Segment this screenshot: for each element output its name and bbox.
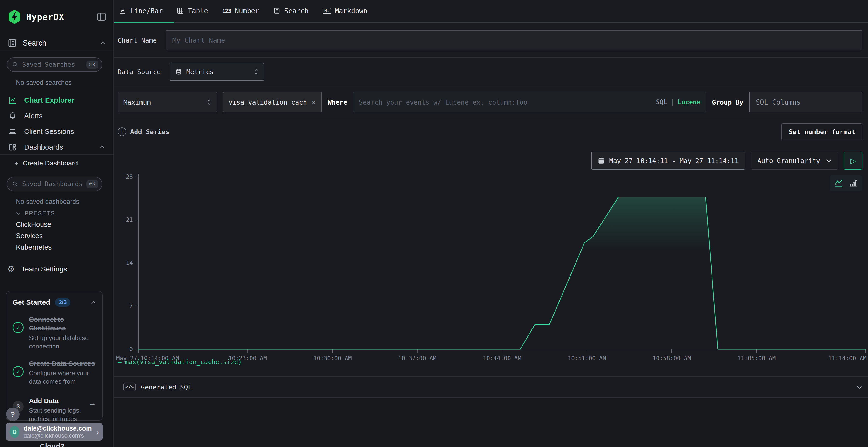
team-settings-label: Team Settings — [21, 265, 67, 273]
bell-icon — [8, 111, 18, 120]
user-menu[interactable]: D dale@clickhouse.com dale@clickhouse.co… — [6, 423, 103, 441]
tab-markdown[interactable]: M↓ Markdown — [322, 7, 367, 15]
sidebar-item-label: Chart Explorer — [24, 96, 74, 104]
generated-sql-label: Generated SQL — [141, 383, 192, 391]
get-started-item-add-data[interactable]: 3 Add Data Start sending logs, metrics, … — [12, 397, 96, 423]
get-started-item-connect[interactable]: ✓ Connect to ClickHouse Set up your data… — [12, 315, 96, 351]
add-series-label: Add Series — [130, 128, 169, 136]
tab-number[interactable]: 123 Number — [222, 7, 259, 15]
sidebar-divider — [0, 154, 113, 154]
sidebar-item-alerts[interactable]: Alerts — [0, 108, 113, 124]
lang-divider: | — [671, 99, 674, 106]
chevron-right-icon: › — [96, 427, 99, 437]
tab-table[interactable]: Table — [177, 7, 208, 15]
create-dashboard-label: Create Dashboard — [23, 160, 78, 167]
list-icon — [273, 7, 280, 14]
date-range-value: May 27 10:14:11 - May 27 11:14:11 — [609, 157, 738, 165]
get-started-item-datasources[interactable]: ✓ Create Data Sources Configure where yo… — [12, 359, 96, 386]
plus-icon: + — [14, 160, 18, 167]
aggregation-select[interactable]: Maximum — [118, 92, 217, 112]
svg-text:10:44:00 AM: 10:44:00 AM — [483, 355, 521, 362]
sidebar-item-label: Dashboards — [24, 143, 63, 151]
cmd-k-shortcut: ⌘K — [86, 61, 99, 69]
sidebar-divider — [0, 51, 113, 52]
sql-mode-toggle[interactable]: SQL — [656, 99, 667, 106]
preset-item-services[interactable]: Services — [16, 232, 43, 240]
legend-series-label: max(visa_validation_cache.size) — [125, 358, 242, 366]
help-button[interactable]: ? — [6, 408, 20, 421]
granularity-value: Auto Granularity — [757, 157, 820, 165]
aggregation-value: Maximum — [123, 99, 151, 106]
get-started-item-subtitle: Set up your database connection — [29, 334, 96, 351]
check-circle-icon: ✓ — [12, 322, 24, 333]
saved-searches-input[interactable]: Saved Searches ⌘K — [7, 57, 102, 72]
chart-name-row: Chart Name — [114, 23, 868, 57]
svg-text:10:51:00 AM: 10:51:00 AM — [568, 355, 606, 362]
get-started-title: Get Started — [12, 299, 50, 306]
metric-field-name: visa_validation_cach — [228, 99, 307, 106]
presets-toggle[interactable]: PRESETS — [16, 210, 55, 217]
tabbar-underline — [114, 22, 868, 23]
calendar-icon — [598, 157, 604, 164]
sidebar-item-team-settings[interactable]: ⚙ Team Settings — [7, 264, 67, 274]
tab-search[interactable]: Search — [273, 7, 309, 15]
sidebar-collapse-button[interactable] — [96, 12, 106, 21]
tab-label: Line/Bar — [130, 7, 163, 15]
set-number-format-button[interactable]: Set number format — [781, 123, 863, 140]
data-source-label: Data Source — [118, 68, 161, 76]
get-started-item-title: Create Data Sources — [29, 359, 96, 368]
get-started-item-subtitle: Start sending logs, metrics, or traces — [29, 406, 84, 423]
progress-badge: 2/3 — [55, 298, 70, 307]
series-actions-row: + Add Series Set number format — [114, 118, 868, 145]
add-series-button[interactable]: + Add Series — [118, 128, 169, 136]
group-by-label: Group By — [712, 99, 743, 106]
sidebar-item-dashboards[interactable]: Dashboards — [0, 139, 113, 155]
search-icon — [12, 61, 18, 68]
database-icon — [175, 68, 182, 75]
search-section-header[interactable]: Search — [8, 38, 105, 48]
tab-label: Search — [284, 7, 309, 15]
chevron-down-icon — [826, 159, 832, 163]
chart-type-tabbar: Line/Bar Table 123 Number Search — [114, 0, 868, 23]
saved-dashboards-placeholder: Saved Dashboards — [22, 180, 83, 187]
group-by-input[interactable] — [749, 92, 863, 112]
hyperdx-logo-icon — [8, 10, 21, 24]
logo-row: HyperDX — [8, 10, 106, 24]
metric-field-tag[interactable]: visa_validation_cach × — [223, 92, 322, 112]
create-dashboard-button[interactable]: + Create Dashboard — [14, 160, 78, 167]
chart-name-label: Chart Name — [118, 37, 157, 44]
number-123-icon: 123 — [222, 8, 231, 14]
gear-icon: ⚙ — [7, 264, 15, 274]
sidebar-item-chart-explorer[interactable]: Chart Explorer — [0, 93, 113, 108]
svg-text:0: 0 — [129, 346, 133, 353]
where-input[interactable]: Search your events w/ Lucene ex. column:… — [353, 92, 706, 112]
brand-title: HyperDX — [26, 12, 92, 22]
chart-name-input[interactable] — [166, 30, 863, 50]
chevron-up-icon — [99, 145, 105, 149]
sidebar-item-label: Client Sessions — [24, 128, 74, 136]
close-icon[interactable]: × — [312, 98, 316, 106]
data-source-select[interactable]: Metrics — [169, 63, 264, 81]
get-started-header[interactable]: Get Started 2/3 — [12, 298, 96, 307]
code-icon: </> — [123, 383, 135, 391]
tab-line-bar[interactable]: Line/Bar — [119, 7, 163, 15]
tab-label: Markdown — [335, 7, 368, 15]
preset-item-clickhouse[interactable]: ClickHouse — [16, 220, 51, 229]
chart-section: May 27 10:14:11 - May 27 11:14:11 Auto G… — [114, 145, 868, 376]
arrow-right-icon: → — [89, 397, 96, 423]
sidebar-item-client-sessions[interactable]: Client Sessions — [0, 124, 113, 139]
active-tab-indicator — [114, 22, 174, 23]
generated-sql-row[interactable]: </> Generated SQL — [114, 377, 868, 398]
chart-svg[interactable]: 07142128May 27 10:14:00 AM10:23:00 AM10:… — [114, 167, 868, 364]
lucene-mode-toggle[interactable]: Lucene — [678, 99, 701, 106]
preset-item-kubernetes[interactable]: Kubernetes — [16, 243, 52, 251]
chart-explorer-icon — [8, 96, 18, 105]
chart-legend[interactable]: — max(visa_validation_cache.size) — [118, 358, 242, 366]
svg-text:11:14:00 AM: 11:14:00 AM — [828, 355, 867, 362]
sidebar: HyperDX Search Saved Searches ⌘K N — [0, 0, 114, 447]
presets-header-label: PRESETS — [25, 210, 55, 217]
dashboards-icon — [8, 143, 18, 151]
saved-dashboards-input[interactable]: Saved Dashboards ⌘K — [7, 177, 102, 191]
search-section-label: Search — [23, 39, 94, 47]
select-chevrons-icon — [254, 68, 258, 75]
